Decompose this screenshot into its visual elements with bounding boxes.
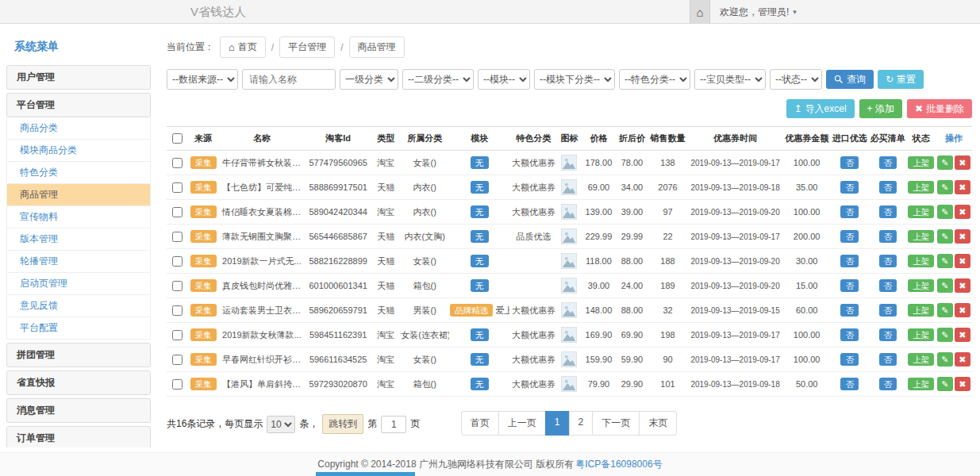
delete-button[interactable]: ✖	[955, 155, 970, 170]
page-button[interactable]: 末页	[639, 411, 677, 436]
must-buy-toggle-badge[interactable]: 否	[879, 328, 897, 342]
breadcrumb-item[interactable]: 平台管理	[279, 36, 335, 58]
select-all-checkbox[interactable]	[172, 133, 183, 144]
row-checkbox[interactable]	[172, 379, 183, 390]
filter-select[interactable]: 一级分类	[340, 69, 398, 90]
row-checkbox[interactable]	[172, 207, 183, 217]
filter-select[interactable]: --模块--	[478, 69, 530, 90]
status-badge[interactable]: 上架	[908, 230, 934, 244]
sidebar-item[interactable]: 省直快报	[6, 370, 151, 395]
delete-button[interactable]: ✖	[955, 254, 970, 268]
sidebar-subitem[interactable]: 版本管理	[6, 228, 151, 251]
row-checkbox[interactable]	[172, 182, 183, 193]
row-checkbox[interactable]	[172, 305, 183, 316]
status-badge[interactable]: 上架	[908, 304, 934, 317]
batch-delete-button[interactable]: ✖ 批量删除	[907, 99, 972, 118]
imported-toggle-badge[interactable]: 否	[840, 230, 859, 244]
filter-select[interactable]: --模块下分类--	[534, 69, 615, 90]
status-badge[interactable]: 上架	[908, 181, 934, 194]
sidebar-subitem[interactable]: 平台配置	[6, 317, 151, 340]
status-badge[interactable]: 上架	[908, 156, 934, 170]
imported-toggle-badge[interactable]: 否	[840, 156, 859, 170]
breadcrumb-item[interactable]: ⌂首页	[220, 36, 266, 58]
sidebar-subitem[interactable]: 商品管理	[6, 184, 151, 206]
delete-button[interactable]: ✖	[955, 328, 970, 342]
row-checkbox[interactable]	[172, 256, 183, 267]
edit-button[interactable]: ✎	[937, 377, 953, 391]
delete-button[interactable]: ✖	[955, 278, 970, 293]
page-button[interactable]: 1	[545, 411, 570, 436]
must-buy-toggle-badge[interactable]: 否	[879, 378, 897, 391]
delete-button[interactable]: ✖	[955, 352, 970, 367]
sidebar-item[interactable]: 平台管理	[6, 93, 151, 117]
filter-select[interactable]: --状态--	[770, 69, 822, 90]
page-number-input[interactable]	[381, 416, 406, 433]
page-button[interactable]: 首页	[461, 411, 499, 436]
breadcrumb-item[interactable]: 商品管理	[349, 36, 405, 58]
import-excel-button[interactable]: ↥ 导入excel	[786, 99, 855, 118]
page-button[interactable]: 2	[569, 411, 594, 436]
delete-button[interactable]: ✖	[955, 205, 970, 219]
edit-button[interactable]: ✎	[937, 205, 953, 219]
edit-button[interactable]: ✎	[937, 352, 953, 367]
sidebar-subitem[interactable]: 轮播管理	[6, 251, 151, 273]
status-badge[interactable]: 上架	[908, 328, 934, 342]
sidebar-subitem[interactable]: 商品分类	[6, 117, 151, 140]
jump-button[interactable]: 跳转到	[322, 414, 363, 434]
name-search-input[interactable]	[242, 69, 336, 90]
row-checkbox[interactable]	[172, 232, 183, 242]
add-button[interactable]: + 添加	[859, 99, 902, 118]
status-badge[interactable]: 上架	[908, 378, 934, 391]
sidebar-subitem[interactable]: 意见反馈	[6, 295, 151, 317]
edit-button[interactable]: ✎	[937, 155, 953, 170]
row-checkbox[interactable]	[172, 158, 183, 168]
delete-button[interactable]: ✖	[955, 303, 970, 317]
must-buy-toggle-badge[interactable]: 否	[879, 156, 897, 170]
filter-select[interactable]: --宝贝类型--	[694, 69, 766, 90]
must-buy-toggle-badge[interactable]: 否	[879, 255, 897, 268]
imported-toggle-badge[interactable]: 否	[840, 205, 859, 219]
must-buy-toggle-badge[interactable]: 否	[879, 181, 897, 194]
per-page-select[interactable]: 10	[267, 416, 295, 433]
filter-select[interactable]: --二级分类--	[402, 69, 474, 90]
sidebar-item[interactable]: 订单管理	[6, 426, 151, 447]
imported-toggle-badge[interactable]: 否	[840, 304, 859, 317]
imported-toggle-badge[interactable]: 否	[840, 181, 859, 194]
filter-select[interactable]: --特色分类--	[619, 69, 690, 90]
must-buy-toggle-badge[interactable]: 否	[879, 279, 897, 293]
sidebar-subitem[interactable]: 模块商品分类	[6, 140, 151, 162]
user-menu[interactable]: 欢迎您，管理员! ▾	[710, 6, 806, 19]
imported-toggle-badge[interactable]: 否	[840, 353, 859, 367]
must-buy-toggle-badge[interactable]: 否	[879, 205, 897, 219]
sidebar-subitem[interactable]: 特色分类	[6, 162, 151, 184]
edit-button[interactable]: ✎	[937, 229, 953, 244]
edit-button[interactable]: ✎	[937, 278, 953, 293]
search-button[interactable]: 查询	[826, 70, 874, 89]
page-button[interactable]: 下一页	[592, 411, 640, 436]
status-badge[interactable]: 上架	[908, 353, 934, 367]
sidebar-subitem[interactable]: 启动页管理	[6, 273, 151, 295]
edit-button[interactable]: ✎	[937, 180, 953, 194]
imported-toggle-badge[interactable]: 否	[840, 279, 859, 293]
status-badge[interactable]: 上架	[908, 205, 934, 219]
icp-link[interactable]: 粤ICP备16098006号	[575, 458, 662, 471]
row-checkbox[interactable]	[172, 330, 183, 340]
sidebar-item[interactable]: 拼团管理	[6, 343, 151, 367]
edit-button[interactable]: ✎	[937, 303, 953, 317]
must-buy-toggle-badge[interactable]: 否	[879, 353, 897, 367]
home-button[interactable]: ⌂	[690, 0, 710, 24]
must-buy-toggle-badge[interactable]: 否	[879, 304, 897, 317]
row-checkbox[interactable]	[172, 355, 183, 365]
filter-select[interactable]: --数据来源--	[167, 69, 238, 90]
must-buy-toggle-badge[interactable]: 否	[879, 230, 897, 244]
imported-toggle-badge[interactable]: 否	[840, 255, 859, 268]
status-badge[interactable]: 上架	[908, 255, 934, 268]
sidebar-item[interactable]: 消息管理	[6, 398, 151, 423]
row-checkbox[interactable]	[172, 281, 183, 291]
reset-button[interactable]: ↻重置	[878, 70, 924, 89]
delete-button[interactable]: ✖	[955, 229, 970, 244]
page-button[interactable]: 上一页	[498, 411, 546, 436]
sidebar-subitem[interactable]: 宣传物料	[6, 206, 151, 228]
edit-button[interactable]: ✎	[937, 328, 953, 342]
sidebar-item[interactable]: 用户管理	[6, 65, 151, 90]
